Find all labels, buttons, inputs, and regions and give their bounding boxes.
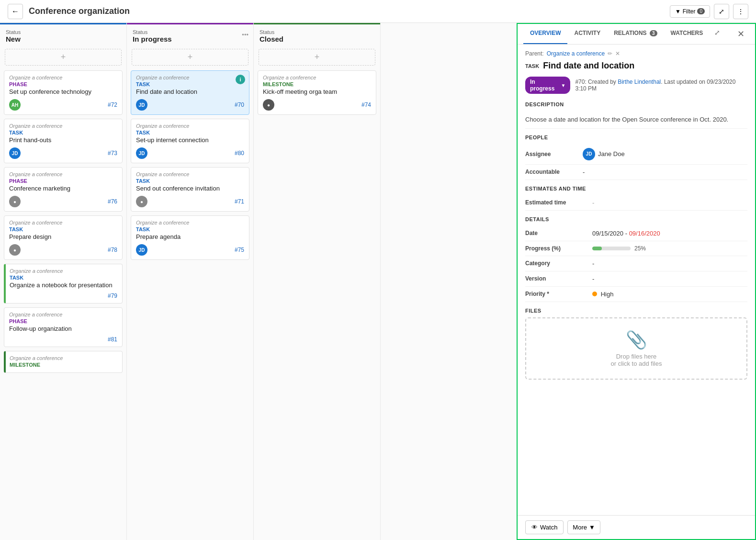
status-badge[interactable]: In progress ▼ xyxy=(525,77,570,94)
card-num: #71 xyxy=(235,198,244,205)
card-avatar: ● xyxy=(263,99,274,111)
add-card-new-button[interactable]: + xyxy=(5,49,122,66)
accountable-value: - xyxy=(583,169,585,176)
more-options-button[interactable]: ⋮ xyxy=(733,4,748,19)
watch-button[interactable]: 👁 Watch xyxy=(525,520,564,534)
add-card-inprogress-button[interactable]: + xyxy=(132,49,248,66)
card-70[interactable]: Organize a conference TASK Find date and… xyxy=(131,70,249,115)
detail-status-row: In progress ▼ #70: Created by Birthe Lin… xyxy=(525,77,747,94)
card-81[interactable]: Organize a conference PHASE Follow-up or… xyxy=(4,307,123,347)
card-74[interactable]: Organize a conference MILESTONE Kick-off… xyxy=(258,70,376,115)
filter-button[interactable]: ▼ Filter 0 xyxy=(670,5,710,18)
accountable-row: Accountable - xyxy=(525,165,747,180)
assignee-name: Jane Doe xyxy=(598,150,625,158)
detail-tabs: OVERVIEW ACTIVITY RELATIONS 3 WATCHERS ⤢… xyxy=(518,24,755,45)
cards-area-new: Organize a conference PHASE Set up confe… xyxy=(0,68,126,540)
close-button[interactable]: ✕ xyxy=(733,24,749,44)
parent-link[interactable]: Organize a conference xyxy=(547,50,605,57)
card-type: TASK xyxy=(136,178,244,184)
people-section-title: PEOPLE xyxy=(525,135,747,140)
expand-icon[interactable]: ⤢ xyxy=(710,24,725,44)
column-dots-inprogress[interactable]: ••• xyxy=(242,31,248,38)
card-80[interactable]: Organize a conference TASK Set-up intern… xyxy=(131,119,249,163)
more-label: More xyxy=(573,524,587,531)
card-72[interactable]: Organize a conference PHASE Set up confe… xyxy=(4,70,123,115)
card-project: Organize a conference xyxy=(9,123,117,129)
add-card-closed-button[interactable]: + xyxy=(259,49,375,66)
card-71[interactable]: Organize a conference TASK Send out conf… xyxy=(131,167,249,212)
card-73[interactable]: Organize a conference TASK Print hand-ou… xyxy=(4,119,123,163)
issue-meta: #70: Created by Birthe Lindenthal. Last … xyxy=(575,79,747,92)
card-project: Organize a conference xyxy=(10,355,117,361)
files-drop-area[interactable]: 📎 Drop files here or click to add files xyxy=(525,317,747,380)
filter-badge: 0 xyxy=(697,8,705,14)
card-78[interactable]: Organize a conference TASK Prepare desig… xyxy=(4,215,123,260)
tab-overview[interactable]: OVERVIEW xyxy=(523,24,567,44)
files-drop-label: Drop files here xyxy=(538,353,735,360)
detail-footer: 👁 Watch More ▼ xyxy=(518,515,755,539)
card-project: Organize a conference xyxy=(136,75,244,80)
expand-button[interactable]: ⤢ xyxy=(714,4,729,19)
card-type: PHASE xyxy=(9,318,117,324)
card-project: Organize a conference xyxy=(9,75,117,80)
tab-activity[interactable]: ACTIVITY xyxy=(567,24,607,44)
column-status-label-new: Status xyxy=(6,29,121,35)
card-title: Organize a notebook for presentation xyxy=(10,281,117,289)
card-title: Send out conference invitation xyxy=(136,185,244,192)
card-footer: ● #71 xyxy=(136,196,244,207)
card-76[interactable]: Organize a conference PHASE Conference m… xyxy=(4,167,123,212)
estimates-section-title: ESTIMATES AND TIME xyxy=(525,186,747,191)
remove-parent-icon[interactable]: ✕ xyxy=(615,50,620,57)
column-inprogress: Status In progress ••• + Organize a conf… xyxy=(127,23,254,540)
card-title: Print hand-outs xyxy=(9,136,117,144)
tab-watchers[interactable]: WATCHERS xyxy=(664,24,710,44)
chevron-icon: ▼ xyxy=(561,83,566,88)
card-type: TASK xyxy=(9,130,117,135)
chevron-down-icon: ▼ xyxy=(589,524,595,531)
back-button[interactable]: ← xyxy=(8,4,23,19)
column-status-label-closed: Status xyxy=(260,29,374,35)
filter-icon: ▼ xyxy=(675,8,681,15)
column-title-new: New xyxy=(6,35,121,43)
card-type: MILESTONE xyxy=(263,81,371,87)
parent-label: Parent: xyxy=(525,50,544,57)
relations-badge: 3 xyxy=(650,30,657,36)
card-footer: JD #75 xyxy=(136,244,244,256)
progress-bar-fill xyxy=(592,247,602,250)
card-project: Organize a conference xyxy=(136,123,244,129)
card-avatar: ● xyxy=(136,196,147,207)
card-num: #80 xyxy=(235,150,244,157)
card-79[interactable]: Organize a conference TASK Organize a no… xyxy=(4,264,123,304)
card-project: Organize a conference xyxy=(136,171,244,177)
card-title: Prepare agenda xyxy=(136,233,244,240)
page-title: Conference organization xyxy=(29,6,664,16)
column-status-label-inprogress: Status xyxy=(133,29,248,35)
column-title-closed: Closed xyxy=(260,35,374,43)
column-header-new: Status New xyxy=(0,24,126,46)
column-header-closed: Status Closed xyxy=(254,24,380,46)
version-row: Version - xyxy=(525,271,747,287)
card-type: TASK xyxy=(136,226,244,232)
accountable-label: Accountable xyxy=(525,169,583,175)
progress-row: Progress (%) 25% xyxy=(525,241,747,256)
card-num: #78 xyxy=(108,247,117,253)
card-num: #70 xyxy=(235,101,244,108)
more-button[interactable]: More ▼ xyxy=(567,520,600,534)
category-value: - xyxy=(592,260,594,267)
card-avatar: JD xyxy=(136,99,147,111)
tab-relations[interactable]: RELATIONS 3 xyxy=(607,24,664,44)
creator-link[interactable]: Birthe Lindenthal xyxy=(618,79,661,85)
progress-label: Progress (%) xyxy=(525,245,592,252)
card-footer: AH #72 xyxy=(9,99,117,111)
progress-bar-bg xyxy=(592,247,631,250)
priority-value: High xyxy=(592,291,613,298)
topbar: ← Conference organization ▼ Filter 0 ⤢ ⋮ xyxy=(0,0,756,23)
paperclip-icon: 📎 xyxy=(538,330,735,350)
card-title: Prepare design xyxy=(9,233,117,240)
status-label: In progress xyxy=(530,79,559,92)
card-project: Organize a conference xyxy=(263,75,371,80)
card-75[interactable]: Organize a conference TASK Prepare agend… xyxy=(131,215,249,260)
card-avatar: JD xyxy=(9,147,21,159)
edit-parent-icon[interactable]: ✏ xyxy=(608,50,612,57)
card-milestone-partial[interactable]: Organize a conference MILESTONE xyxy=(4,351,123,373)
